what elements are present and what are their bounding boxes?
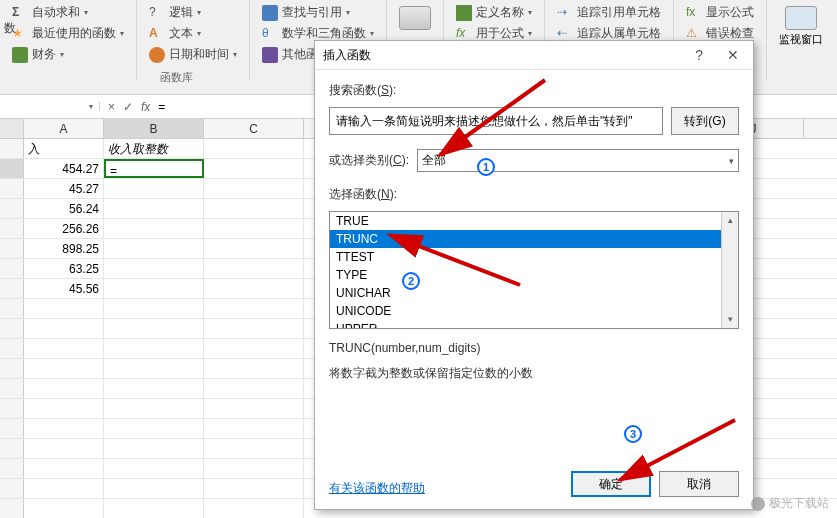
cell[interactable] — [204, 319, 304, 338]
name-manager-button[interactable] — [395, 2, 435, 34]
goto-button[interactable]: 转到(G) — [671, 107, 739, 135]
category-select[interactable]: 全部 ▾ — [417, 149, 739, 172]
cell[interactable] — [24, 459, 104, 478]
cell[interactable] — [204, 179, 304, 198]
function-item-unichar[interactable]: UNICHAR — [330, 284, 738, 302]
cell[interactable] — [204, 219, 304, 238]
cell[interactable] — [104, 319, 204, 338]
row-header[interactable] — [0, 199, 24, 218]
cell[interactable]: 454.27 — [24, 159, 104, 178]
cell[interactable]: 63.25 — [24, 259, 104, 278]
cell[interactable] — [204, 419, 304, 438]
function-item-upper[interactable]: UPPER — [330, 320, 738, 329]
scroll-up-icon[interactable]: ▴ — [722, 212, 738, 229]
cell[interactable] — [24, 499, 104, 518]
function-listbox[interactable]: TRUE TRUNC TTEST TYPE UNICHAR UNICODE UP… — [329, 211, 739, 329]
formula-cancel-icon[interactable]: × — [108, 100, 115, 114]
cell[interactable] — [104, 359, 204, 378]
cell[interactable] — [204, 259, 304, 278]
col-header-B[interactable]: B — [104, 119, 204, 138]
cell[interactable] — [104, 439, 204, 458]
cell[interactable]: 45.27 — [24, 179, 104, 198]
dialog-titlebar[interactable]: 插入函数 ? ✕ — [315, 41, 753, 70]
close-icon[interactable]: ✕ — [721, 45, 745, 65]
row-header[interactable] — [0, 239, 24, 258]
cell[interactable] — [104, 419, 204, 438]
ribbon-lookup[interactable]: 查找与引用 ▾ — [258, 2, 378, 23]
function-item-unicode[interactable]: UNICODE — [330, 302, 738, 320]
row-header[interactable] — [0, 479, 24, 498]
row-header[interactable] — [0, 279, 24, 298]
ribbon-datetime[interactable]: 日期和时间 ▾ — [145, 44, 241, 65]
cell[interactable] — [204, 399, 304, 418]
cell[interactable] — [204, 339, 304, 358]
cell[interactable] — [204, 159, 304, 178]
scrollbar[interactable]: ▴ ▾ — [721, 212, 738, 328]
row-header[interactable] — [0, 159, 24, 178]
cell[interactable] — [24, 299, 104, 318]
row-header[interactable] — [0, 339, 24, 358]
row-header[interactable] — [0, 399, 24, 418]
row-header[interactable] — [0, 299, 24, 318]
cell[interactable] — [104, 379, 204, 398]
cell[interactable] — [104, 479, 204, 498]
ribbon-financial[interactable]: 财务 ▾ — [8, 44, 128, 65]
row-header[interactable] — [0, 459, 24, 478]
row-header[interactable] — [0, 439, 24, 458]
cell[interactable] — [24, 379, 104, 398]
cell[interactable]: 56.24 — [24, 199, 104, 218]
name-box[interactable]: ▾ — [0, 102, 100, 111]
cell[interactable] — [104, 279, 204, 298]
function-item-trunc[interactable]: TRUNC — [330, 230, 738, 248]
help-icon[interactable]: ? — [689, 45, 709, 65]
row-header[interactable] — [0, 319, 24, 338]
ribbon-recent[interactable]: ★ 最近使用的函数 ▾ — [8, 23, 128, 44]
cell[interactable] — [204, 379, 304, 398]
cell[interactable] — [204, 299, 304, 318]
row-header[interactable] — [0, 179, 24, 198]
cell[interactable] — [204, 139, 304, 158]
ribbon-text[interactable]: A 文本 ▾ — [145, 23, 241, 44]
ribbon-define-name[interactable]: 定义名称 ▾ — [452, 2, 536, 23]
cell[interactable]: 256.26 — [24, 219, 104, 238]
cell[interactable]: 收入取整数 — [104, 139, 204, 158]
formula-confirm-icon[interactable]: ✓ — [123, 100, 133, 114]
row-header[interactable] — [0, 139, 24, 158]
cell[interactable]: 898.25 — [24, 239, 104, 258]
cell[interactable]: 入 — [24, 139, 104, 158]
cell[interactable] — [104, 199, 204, 218]
active-cell[interactable]: = — [104, 159, 204, 178]
ribbon-autosum[interactable]: Σ 自动求和 ▾ — [8, 2, 128, 23]
cell[interactable]: 45.56 — [24, 279, 104, 298]
cell[interactable] — [24, 439, 104, 458]
col-header-C[interactable]: C — [204, 119, 304, 138]
scroll-down-icon[interactable]: ▾ — [722, 311, 738, 328]
ok-button[interactable]: 确定 — [571, 471, 651, 497]
row-header[interactable] — [0, 419, 24, 438]
cell[interactable] — [204, 239, 304, 258]
cell[interactable] — [204, 459, 304, 478]
row-header[interactable] — [0, 499, 24, 518]
cell[interactable] — [24, 419, 104, 438]
cell[interactable] — [104, 299, 204, 318]
cell[interactable] — [24, 359, 104, 378]
cell[interactable] — [204, 199, 304, 218]
cell[interactable] — [104, 499, 204, 518]
chevron-down-icon[interactable]: ▾ — [89, 102, 93, 111]
ribbon-logical[interactable]: ? 逻辑 ▾ — [145, 2, 241, 23]
cell[interactable] — [104, 179, 204, 198]
cell[interactable] — [24, 339, 104, 358]
function-help-link[interactable]: 有关该函数的帮助 — [329, 480, 425, 497]
cancel-button[interactable]: 取消 — [659, 471, 739, 497]
col-header-A[interactable]: A — [24, 119, 104, 138]
function-item-true[interactable]: TRUE — [330, 212, 738, 230]
cell[interactable] — [204, 359, 304, 378]
cell[interactable] — [204, 439, 304, 458]
cell[interactable] — [104, 219, 204, 238]
cell[interactable] — [104, 459, 204, 478]
row-header[interactable] — [0, 219, 24, 238]
cell[interactable] — [204, 279, 304, 298]
row-header[interactable] — [0, 359, 24, 378]
cell[interactable] — [104, 259, 204, 278]
row-header[interactable] — [0, 379, 24, 398]
